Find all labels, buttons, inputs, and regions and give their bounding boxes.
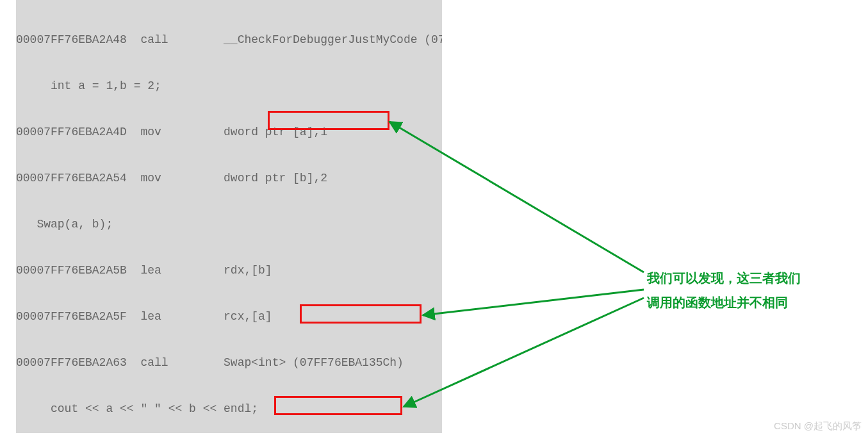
- annotation-line-1: 我们可以发现，这三者我们: [647, 266, 839, 290]
- annotation-text: 我们可以发现，这三者我们 调用的函数地址并不相同: [647, 266, 839, 315]
- annotation-line-2: 调用的函数地址并不相同: [647, 290, 839, 315]
- src-line: cout << a << " " << b << endl;: [16, 401, 442, 416]
- asm-line: 00007FF76EBA2A48 call __CheckForDebugger…: [16, 32, 442, 47]
- src-line: int a = 1,b = 2;: [16, 78, 442, 94]
- asm-line: 00007FF76EBA2A63 call Swap<int> (07FF76E…: [16, 355, 442, 370]
- asm-line: 00007FF76EBA2A54 mov dword ptr [b],2: [16, 170, 442, 186]
- asm-line: 00007FF76EBA2A5F lea rcx,[a]: [16, 309, 442, 324]
- watermark: CSDN @起飞的风筝: [774, 418, 862, 434]
- asm-line: 00007FF76EBA2A5B lea rdx,[b]: [16, 263, 442, 278]
- asm-line: 00007FF76EBA2A4D mov dword ptr [a],1: [16, 124, 442, 140]
- svg-line-1: [423, 290, 644, 315]
- asm-panel-1: 00007FF76EBA2A48 call __CheckForDebugger…: [16, 0, 442, 433]
- src-line: Swap(a, b);: [16, 217, 442, 232]
